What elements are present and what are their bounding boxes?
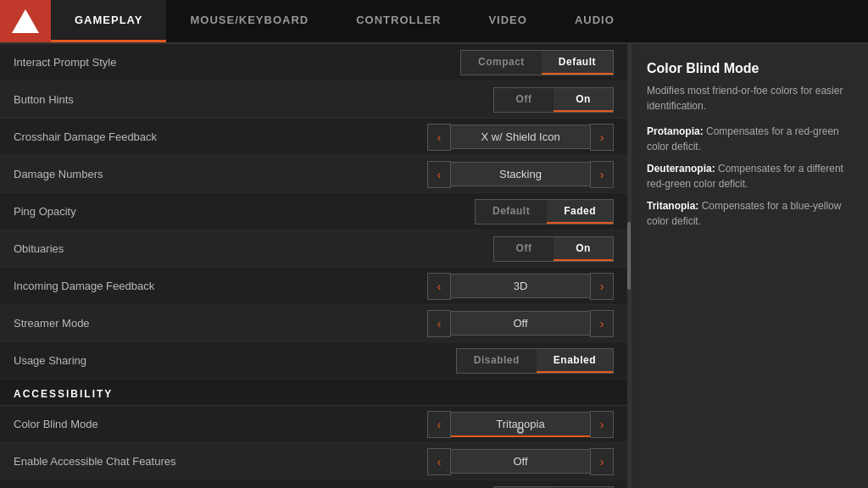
- toggle-option[interactable]: Off: [494, 237, 554, 261]
- toggle-option[interactable]: Default: [542, 51, 613, 75]
- arrow-left-button[interactable]: ‹: [427, 273, 451, 300]
- settings-row: Incoming Damage Feedback‹3D›: [0, 268, 627, 305]
- info-item: Protanopia: Compensates for a red-green …: [647, 124, 853, 154]
- row-label: Button Hints: [14, 93, 427, 106]
- info-item: Deuteranopia: Compensates for a differen…: [647, 161, 853, 191]
- arrow-selector: ‹X w/ Shield Icon›: [427, 124, 614, 151]
- arrow-right-button[interactable]: ›: [590, 310, 614, 337]
- arrow-selector: ‹Stacking›: [427, 161, 614, 188]
- arrow-value: Stacking: [451, 162, 590, 186]
- row-label: Usage Sharing: [14, 354, 427, 367]
- settings-row: Usage SharingDisabledEnabled: [0, 342, 627, 380]
- dual-toggle[interactable]: OffOn: [493, 87, 614, 113]
- arrow-left-button[interactable]: ‹: [427, 161, 451, 188]
- row-control: DefaultFaded: [427, 199, 614, 225]
- nav-tab-video[interactable]: VIDEO: [465, 0, 550, 42]
- arrow-left-button[interactable]: ‹: [427, 310, 451, 337]
- apex-logo-icon: [12, 9, 39, 33]
- settings-row: Crosshair Damage Feedback‹X w/ Shield Ic…: [0, 119, 627, 156]
- arrow-selector: ‹Off›: [427, 310, 614, 337]
- settings-row: Button HintsOffOn: [0, 81, 627, 119]
- row-label: Crosshair Damage Feedback: [14, 130, 427, 143]
- arrow-right-button[interactable]: ›: [590, 161, 614, 188]
- settings-row: Interact Prompt StyleCompactDefault: [0, 44, 627, 81]
- row-label: Interact Prompt Style: [14, 56, 427, 69]
- nav-tab-audio[interactable]: AUDIO: [551, 0, 638, 42]
- arrow-selector: ‹Off›: [427, 448, 614, 475]
- settings-panel: Interact Prompt StyleCompactDefaultButto…: [0, 44, 627, 488]
- scrollbar[interactable]: [627, 44, 631, 488]
- row-control: OffOn: [427, 236, 614, 262]
- row-label: Damage Numbers: [14, 168, 427, 180]
- dual-toggle[interactable]: DefaultFaded: [475, 199, 614, 225]
- arrow-value: X w/ Shield Icon: [451, 125, 590, 149]
- toggle-option[interactable]: Faded: [547, 200, 613, 224]
- section-header-accessibility: ACCESSIBILITY: [0, 380, 627, 406]
- arrow-value: 3D: [451, 274, 590, 298]
- scroll-thumb: [627, 222, 631, 290]
- row-label: Obituaries: [14, 242, 427, 255]
- arrow-right-button[interactable]: ›: [590, 411, 614, 438]
- dual-toggle[interactable]: CompactDefault: [460, 50, 614, 75]
- logo: [0, 0, 51, 42]
- arrow-value: Tritanopia: [451, 412, 590, 437]
- settings-row: Ping OpacityDefaultFaded: [0, 193, 627, 230]
- settings-row: ObituariesOffOn: [0, 230, 627, 268]
- row-control: OffOn: [427, 87, 614, 113]
- row-label: Incoming Damage Feedback: [14, 280, 427, 292]
- arrow-right-button[interactable]: ›: [590, 124, 614, 151]
- nav-tab-mouse-keyboard[interactable]: MOUSE/KEYBOARD: [166, 0, 332, 42]
- cursor-indicator: [517, 427, 524, 434]
- main-content: Interact Prompt StyleCompactDefaultButto…: [0, 44, 868, 488]
- row-control: DisabledEnabled: [427, 348, 614, 374]
- nav-tabs: GAMEPLAYMOUSE/KEYBOARDCONTROLLERVIDEOAUD…: [51, 0, 868, 42]
- arrow-left-button[interactable]: ‹: [427, 448, 451, 475]
- info-items: Protanopia: Compensates for a red-green …: [647, 124, 853, 229]
- toggle-option[interactable]: Disabled: [457, 349, 537, 373]
- info-title: Color Blind Mode: [647, 61, 853, 76]
- arrow-left-button[interactable]: ‹: [427, 124, 451, 151]
- row-control: CompactDefault: [427, 50, 614, 75]
- row-label: Enable Accessible Chat Features: [14, 455, 427, 468]
- settings-row: Damage Numbers‹Stacking›: [0, 156, 627, 193]
- info-item: Tritanopia: Compensates for a blue-yello…: [647, 198, 853, 229]
- arrow-selector: ‹Tritanopia›: [427, 411, 614, 438]
- arrow-left-button[interactable]: ‹: [427, 411, 451, 438]
- settings-row: Enable Accessible Chat Features‹Off›: [0, 443, 627, 480]
- arrow-right-button[interactable]: ›: [590, 448, 614, 475]
- arrow-value: Off: [451, 449, 590, 474]
- info-panel: Color Blind Mode Modifies most friend-or…: [631, 44, 868, 488]
- nav-tab-controller[interactable]: CONTROLLER: [332, 0, 465, 42]
- toggle-option[interactable]: On: [554, 88, 613, 112]
- row-label: Ping Opacity: [14, 205, 427, 218]
- toggle-option[interactable]: Off: [494, 88, 554, 112]
- toggle-option[interactable]: On: [554, 237, 613, 261]
- settings-row: Streamer Mode‹Off›: [0, 305, 627, 342]
- dual-toggle[interactable]: OffOn: [493, 236, 614, 262]
- arrow-value: Off: [451, 311, 590, 336]
- row-label: Streamer Mode: [14, 317, 427, 330]
- dual-toggle[interactable]: DisabledEnabled: [456, 348, 614, 374]
- arrow-right-button[interactable]: ›: [590, 273, 614, 300]
- settings-row: Convert Incoming Voice to Chat TextOffOn: [0, 480, 627, 488]
- nav-tab-gameplay[interactable]: GAMEPLAY: [51, 0, 166, 42]
- toggle-option[interactable]: Enabled: [537, 349, 613, 373]
- info-description: Modifies most friend-or-foe colors for e…: [647, 83, 853, 114]
- settings-row: Color Blind Mode‹Tritanopia›: [0, 406, 627, 443]
- arrow-selector: ‹3D›: [427, 273, 614, 300]
- top-navigation: GAMEPLAYMOUSE/KEYBOARDCONTROLLERVIDEOAUD…: [0, 0, 868, 44]
- toggle-option[interactable]: Compact: [461, 51, 542, 75]
- toggle-option[interactable]: Default: [476, 200, 547, 224]
- row-label: Color Blind Mode: [14, 418, 427, 430]
